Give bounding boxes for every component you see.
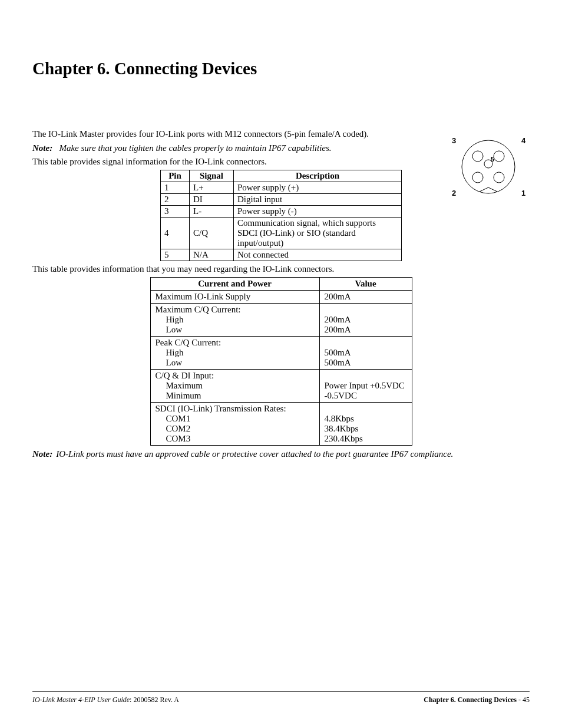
- signal-table-caption: This table provides signal information f…: [32, 156, 409, 167]
- table-row: 2 DI Digital input: [161, 193, 402, 205]
- note-label: Note:: [32, 449, 52, 459]
- col-header-value: Value: [319, 277, 412, 290]
- svg-point-7: [494, 172, 504, 183]
- table-row: 5 N/A Not connected: [161, 249, 402, 261]
- table-header-row: Current and Power Value: [150, 277, 412, 290]
- table-row: Peak C/Q Current: High Low 500mA 500mA: [150, 336, 412, 369]
- intro-paragraph: The IO-Link Master provides four IO-Link…: [32, 129, 409, 140]
- table-row: C/Q & DI Input: Maximum Minimum Power In…: [150, 369, 412, 402]
- footer-doc-title: IO-Link Master 4-EIP User Guide: [32, 696, 130, 704]
- table-row: Maximum IO-Link Supply 200mA: [150, 290, 412, 303]
- value-table-caption: This table provides information that you…: [32, 263, 530, 275]
- page-title: Chapter 6. Connecting Devices: [32, 59, 530, 78]
- svg-point-0: [462, 140, 515, 193]
- svg-point-6: [472, 172, 483, 183]
- svg-line-2: [488, 187, 497, 192]
- signal-table: Pin Signal Description 1 L+ Power supply…: [160, 170, 402, 261]
- pin-label-5: 5: [491, 156, 494, 163]
- table-row: Maximum C/Q Current: High Low 200mA 200m…: [150, 303, 412, 336]
- page-footer: IO-Link Master 4-EIP User Guide: 2000582…: [32, 691, 530, 704]
- svg-point-4: [494, 151, 504, 162]
- connector-pinout-diagram: 3 4 5 2 1: [447, 131, 530, 205]
- footer-doc-rev: : 2000582 Rev. A: [130, 696, 179, 704]
- pin-label-4: 4: [521, 136, 526, 145]
- col-header-description: Description: [234, 170, 402, 182]
- col-header-signal: Signal: [190, 170, 234, 182]
- col-header-pin: Pin: [161, 170, 190, 182]
- note-1-text: Make sure that you tighten the cables pr…: [59, 143, 331, 153]
- note-label: Note:: [32, 143, 52, 153]
- footer-page-number: - 45: [517, 696, 530, 704]
- pin-label-1: 1: [521, 189, 525, 197]
- table-row: 1 L+ Power supply (+): [161, 182, 402, 193]
- svg-line-1: [480, 187, 488, 192]
- table-row: SDCI (IO-Link) Transmission Rates: COM1 …: [150, 402, 412, 445]
- col-header-param: Current and Power: [150, 277, 319, 290]
- table-row: 4 C/Q Communication signal, which suppor…: [161, 217, 402, 249]
- svg-point-3: [472, 151, 483, 162]
- value-table: Current and Power Value Maximum IO-Link …: [150, 277, 412, 446]
- note-2-text: IO-Link ports must have an approved cabl…: [56, 449, 453, 459]
- table-header-row: Pin Signal Description: [161, 170, 402, 182]
- pin-label-3: 3: [452, 136, 456, 145]
- table-row: 3 L- Power supply (-): [161, 205, 402, 217]
- pin-label-2: 2: [452, 189, 456, 197]
- footer-chapter: Chapter 6. Connecting Devices: [424, 696, 517, 704]
